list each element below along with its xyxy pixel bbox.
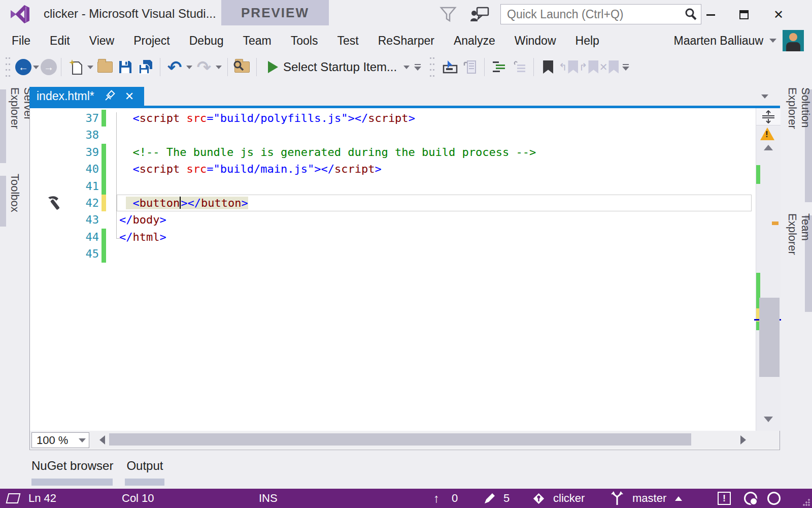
hscroll-left-arrow[interactable]	[99, 435, 105, 444]
tab-close-icon[interactable]: ✕	[125, 90, 134, 103]
outgoing-commits-count[interactable]: 0	[452, 489, 458, 508]
branch-name[interactable]: master	[632, 489, 666, 508]
navigate-back-caret[interactable]	[31, 56, 41, 78]
feedback-smiley-icon[interactable]	[744, 489, 757, 508]
repository-name[interactable]: clicker	[553, 489, 585, 508]
toolbar-overflow[interactable]	[411, 56, 424, 78]
menu-item-project[interactable]: Project	[124, 28, 180, 53]
bottom-tab-nuget-browser[interactable]: NuGet browser	[31, 459, 113, 473]
menu-item-debug[interactable]: Debug	[180, 28, 233, 53]
hscroll-thumb[interactable]	[109, 433, 691, 446]
editor-splitter-handle[interactable]	[756, 108, 781, 125]
menu-item-file[interactable]: File	[2, 28, 40, 53]
menu-item-edit[interactable]: Edit	[40, 28, 80, 53]
visual-studio-logo	[9, 4, 31, 24]
code-line-text[interactable]	[117, 126, 752, 143]
startup-item-selector[interactable]: Select Startup Item...	[283, 60, 397, 74]
menu-items: FileEditViewProjectDebugTeamToolsTestReS…	[2, 28, 609, 53]
new-file-button[interactable]	[65, 56, 86, 78]
filter-funnel-icon[interactable]	[439, 6, 457, 22]
scrollbar-thumb[interactable]	[759, 298, 780, 377]
search-icon[interactable]	[681, 8, 701, 21]
code-line-text[interactable]: <button></button>	[117, 195, 752, 211]
change-indicator	[101, 229, 106, 245]
find-in-files-button[interactable]	[232, 56, 252, 78]
save-all-button[interactable]	[136, 56, 156, 78]
toolbar-grip-2[interactable]	[428, 56, 435, 78]
user-name[interactable]: Maarten Balliauw	[674, 34, 763, 48]
menu-item-tools[interactable]: Tools	[281, 28, 328, 53]
bottom-tab-indicator	[31, 479, 113, 486]
line-number: 41	[30, 178, 99, 195]
code-line-text[interactable]: </body>	[117, 211, 752, 228]
copy-disabled-icon[interactable]	[460, 56, 480, 78]
repository-icon[interactable]	[531, 489, 546, 508]
clear-bookmarks-icon[interactable]: ✕	[599, 56, 619, 78]
pending-changes-icon[interactable]	[483, 489, 496, 508]
code-line-text[interactable]: <script src="build/polyfills.js"></scrip…	[117, 110, 752, 126]
vertical-scrollbar[interactable]	[756, 108, 781, 431]
menu-item-window[interactable]: Window	[505, 28, 566, 53]
change-indicator	[101, 211, 106, 228]
user-area[interactable]: Maarten Balliauw	[674, 28, 804, 53]
user-avatar[interactable]	[783, 30, 804, 51]
code-line-text[interactable]: <script src="build/main.js"></script>	[117, 161, 752, 177]
startup-item-caret[interactable]	[402, 56, 411, 78]
scrollbar-down-arrow[interactable]	[764, 417, 773, 422]
next-bookmark-icon[interactable]: ↱	[579, 56, 599, 78]
navigate-forward-button[interactable]: →	[41, 59, 57, 75]
zoom-level-combo[interactable]: 100 %	[31, 432, 89, 448]
toggle-bookmark-icon[interactable]	[538, 56, 558, 78]
format-disabled-icon[interactable]	[509, 56, 529, 78]
code-editor: 37 <script src="build/polyfills.js"></sc…	[29, 108, 780, 450]
open-file-button[interactable]	[95, 56, 115, 78]
pending-changes-count[interactable]: 5	[503, 489, 510, 508]
undo-button[interactable]: ↶	[164, 56, 185, 78]
bottom-tab-output[interactable]: Output	[126, 459, 163, 473]
new-file-caret[interactable]	[86, 56, 95, 78]
editor-tab-index-html[interactable]: index.html* ✕	[29, 87, 144, 106]
code-lines: 37 <script src="build/polyfills.js"></sc…	[30, 110, 756, 263]
change-indicator	[101, 110, 106, 126]
feedback-icon[interactable]	[470, 6, 489, 23]
quick-launch-input[interactable]	[501, 8, 681, 21]
redo-caret[interactable]	[214, 56, 223, 78]
pin-icon[interactable]	[105, 90, 116, 103]
outgoing-commits-icon[interactable]: ↑	[433, 489, 439, 508]
document-list-caret[interactable]	[761, 94, 768, 99]
branch-caret-up[interactable]	[675, 489, 682, 508]
warning-icon[interactable]	[760, 128, 774, 140]
menu-item-analyze[interactable]: Analyze	[444, 28, 505, 53]
attach-to-process-icon[interactable]	[439, 56, 460, 78]
scrollbar-up-arrow[interactable]	[764, 145, 773, 150]
branch-icon[interactable]	[610, 489, 624, 508]
sync-status-icon[interactable]	[767, 489, 781, 508]
previous-bookmark-icon[interactable]: ↰	[558, 56, 579, 78]
redo-button[interactable]: ↷	[194, 56, 214, 78]
format-indent-icon[interactable]	[489, 56, 509, 78]
menu-item-view[interactable]: View	[80, 28, 124, 53]
close-button[interactable]: ✕	[767, 6, 790, 23]
menu-item-help[interactable]: Help	[566, 28, 609, 53]
toolbar-overflow-2[interactable]	[619, 56, 632, 78]
save-button[interactable]	[115, 56, 136, 78]
minimize-button[interactable]	[699, 6, 722, 23]
menu-item-team[interactable]: Team	[233, 28, 281, 53]
maximize-button[interactable]	[733, 6, 755, 23]
notifications-icon[interactable]: !	[718, 489, 731, 508]
code-line-text[interactable]: <!-- The bundle js is generated during t…	[117, 144, 752, 161]
undo-caret[interactable]	[185, 56, 194, 78]
hscroll-right-arrow[interactable]	[740, 435, 746, 444]
editor-tab-title: index.html*	[37, 89, 94, 103]
code-line-text[interactable]	[117, 245, 752, 262]
navigate-back-button[interactable]: ←	[15, 59, 31, 75]
user-dropdown-caret[interactable]	[769, 39, 776, 43]
menu-item-resharper[interactable]: ReSharper	[368, 28, 444, 53]
run-icon[interactable]	[268, 61, 278, 73]
resize-grip[interactable]	[803, 499, 810, 506]
code-line-text[interactable]	[117, 178, 752, 195]
menu-item-test[interactable]: Test	[327, 28, 368, 53]
toolbar-grip[interactable]	[4, 56, 11, 78]
code-line-text[interactable]: </html>	[117, 229, 752, 245]
code-area[interactable]: 37 <script src="build/polyfills.js"></sc…	[30, 108, 756, 431]
